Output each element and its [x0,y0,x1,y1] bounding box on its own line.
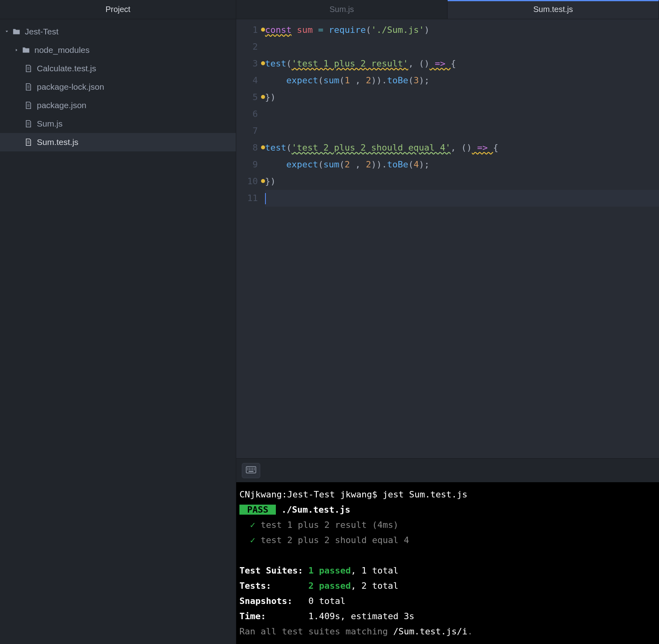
tok: , [451,143,462,153]
tok [265,159,286,169]
tok: { [451,58,456,68]
tok: = [318,25,323,35]
tok: )) [371,75,382,85]
check-icon: ✓ [250,535,255,545]
tree-file-package-lock[interactable]: package-lock.json [0,78,236,96]
tok: () [419,58,430,68]
terminal-line [239,548,656,563]
check-icon: ✓ [250,520,255,530]
terminal-command: jest Sum.test.js [383,489,468,499]
line-number: 4 [236,72,258,89]
code-line[interactable]: test('test 1 plus 2 result', () => { [265,55,659,72]
code-line[interactable] [265,106,659,123]
terminal-line: Ran all test suites matching /Sum.test.j… [239,624,656,639]
code-line[interactable] [265,123,659,139]
project-sidebar: Project Jest-Test node_modules Calculat [0,0,236,644]
tok: { [493,143,498,153]
tree-file-sum-js[interactable]: Sum.js [0,115,236,133]
tok: ( [408,159,414,169]
tree-item-label: package.json [37,101,86,110]
line-number: 10 [236,173,258,190]
terminal-line: CNjkwang:Jest-Test jkwang$ jest Sum.test… [239,487,656,502]
terminal-text: . [468,626,473,636]
terminal-panel: CNjkwang:Jest-Test jkwang$ jest Sum.test… [236,458,659,644]
line-number: 3 [236,55,258,72]
terminal-label: Snapshots: [239,596,308,606]
terminal-output[interactable]: CNjkwang:Jest-Test jkwang$ jest Sum.test… [236,482,659,644]
terminal-value: 1.409s, estimated 3s [308,611,414,621]
tok: 2 [366,75,371,85]
tok: ( [339,75,344,85]
tok: 4 [414,159,419,169]
tok: const [265,25,291,35]
cursor-icon [265,193,266,204]
terminal-text: Ran all test suites matching [239,626,393,636]
tab-sum-js[interactable]: Sum.js [236,0,448,19]
folder-icon [20,46,32,54]
svg-rect-1 [247,468,248,469]
keyboard-icon [246,466,256,475]
code-line[interactable]: const sum = require('./Sum.js') [265,22,659,38]
code-line[interactable]: test('test 2 plus 2 should equal 4', () … [265,139,659,156]
tok: test [265,58,286,68]
folder-icon [10,27,22,36]
code-line[interactable]: }) [265,89,659,106]
tok: expect [286,159,318,169]
code-line[interactable]: }) [265,173,659,190]
tree-file-package-json[interactable]: package.json [0,96,236,115]
svg-rect-7 [249,469,250,470]
code-line[interactable] [265,38,659,55]
tok [265,75,286,85]
modified-marker-icon [261,61,265,65]
terminal-toolbar [236,458,659,482]
terminal-line: ✓ test 2 plus 2 should equal 4 [239,533,656,548]
tok: sum [323,159,340,169]
tok: 3 [414,75,419,85]
modified-marker-icon [261,145,265,149]
tok: require [329,25,366,35]
tok: ( [366,25,371,35]
tok: toBe [387,75,408,85]
code-editor[interactable]: 1 2 3 4 5 6 7 8 9 10 11 const sum = requ… [236,19,659,458]
sidebar-title: Project [0,0,236,19]
tab-sum-test-js[interactable]: Sum.test.js [448,0,659,19]
tree-folder-node-modules[interactable]: node_modules [0,41,236,59]
tok: }) [265,176,276,186]
code-content[interactable]: const sum = require('./Sum.js') test('te… [265,19,659,458]
terminal-value: 1 passed [308,566,351,576]
terminal-prompt: CNjkwang:Jest-Test jkwang$ [239,489,383,499]
tok: )) [371,159,382,169]
terminal-line: PASS ./Sum.test.js [239,502,656,517]
tok: , [350,75,366,85]
tok: 'test 2 plus 2 should equal 4' [291,143,450,153]
tree-file-sum-test-js[interactable]: Sum.test.js [0,133,236,151]
tree-item-label: Sum.js [37,119,62,129]
tree-file-calculate-test[interactable]: Calculate.test.js [0,59,236,78]
modified-marker-icon [261,179,265,183]
tok: . [382,159,387,169]
terminal-text: /Sum.test.js/i [393,626,467,636]
code-line[interactable]: expect(sum(1 , 2)).toBe(3); [265,72,659,89]
chevron-down-icon [3,29,10,34]
line-number: 6 [236,106,258,123]
tok: , [350,159,366,169]
terminal-text: , 2 total [351,581,398,591]
tree-root-folder[interactable]: Jest-Test [0,22,236,41]
code-line[interactable]: expect(sum(2 , 2)).toBe(4); [265,156,659,173]
tok: , [408,58,419,68]
line-number: 7 [236,123,258,139]
modified-marker-icon [261,95,265,99]
keyboard-button[interactable] [242,463,260,478]
file-tree: Jest-Test node_modules Calculate.test.js… [0,19,236,151]
line-number: 9 [236,156,258,173]
terminal-label: Tests: [239,581,308,591]
terminal-line: Time: 1.409s, estimated 3s [239,609,656,624]
tok: }) [265,92,276,102]
svg-rect-2 [249,468,250,469]
terminal-line: Tests: 2 passed, 2 total [239,578,656,594]
code-line-current[interactable] [265,190,659,207]
svg-rect-11 [249,471,253,472]
line-gutter: 1 2 3 4 5 6 7 8 9 10 11 [236,19,265,458]
svg-rect-10 [254,469,255,470]
line-number: 2 [236,38,258,55]
